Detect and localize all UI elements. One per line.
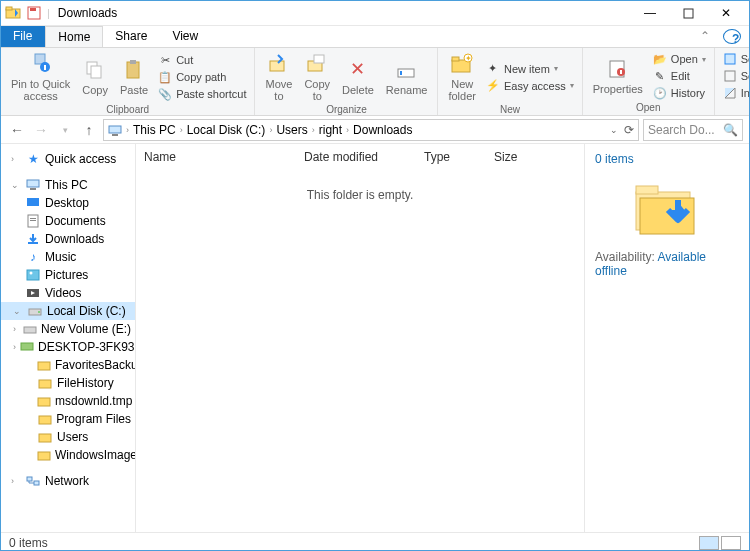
crumb[interactable]: right	[319, 123, 342, 137]
tab-share[interactable]: Share	[103, 26, 160, 47]
copyto-icon	[305, 52, 329, 76]
select-all-icon	[723, 52, 737, 66]
crumb[interactable]: This PC	[133, 123, 176, 137]
new-folder-icon: ✦	[450, 52, 474, 76]
history-dropdown[interactable]: ⌄	[610, 125, 618, 135]
folder-icon	[37, 358, 51, 372]
nav-users[interactable]: Users	[1, 428, 135, 446]
view-details-button[interactable]	[699, 536, 719, 550]
svg-rect-35	[27, 270, 39, 280]
recent-button[interactable]: ▾	[55, 120, 75, 140]
forward-button[interactable]: →	[31, 120, 51, 140]
up-button[interactable]: ↑	[79, 120, 99, 140]
nav-desktop[interactable]: Desktop	[1, 194, 135, 212]
group-new-label: New	[444, 104, 575, 117]
edit-button[interactable]: ✎Edit	[651, 68, 708, 84]
svg-rect-30	[27, 198, 39, 206]
navigation-pane[interactable]: ›★Quick access ⌄This PC Desktop Document…	[1, 144, 136, 532]
copy-path-button[interactable]: 📋Copy path	[156, 69, 248, 85]
cut-button[interactable]: ✂Cut	[156, 52, 248, 68]
scissors-icon: ✂	[158, 53, 172, 67]
svg-rect-18	[452, 57, 459, 61]
column-type[interactable]: Type	[424, 150, 494, 164]
crumb[interactable]: Users	[276, 123, 307, 137]
nav-file-history[interactable]: FileHistory	[1, 374, 135, 392]
svg-rect-16	[400, 71, 402, 75]
paste-shortcut-button[interactable]: 📎Paste shortcut	[156, 86, 248, 102]
delete-button[interactable]: ✕Delete	[338, 56, 378, 98]
copy-button[interactable]: Copy	[78, 56, 112, 98]
svg-rect-25	[725, 71, 735, 81]
new-folder-button[interactable]: ✦New folder	[444, 50, 480, 104]
nav-documents[interactable]: Documents	[1, 212, 135, 230]
move-to-button[interactable]: Move to	[261, 50, 296, 104]
nav-msdownld[interactable]: msdownld.tmp	[1, 392, 135, 410]
history-button[interactable]: 🕑History	[651, 85, 708, 101]
crumb[interactable]: Downloads	[353, 123, 412, 137]
svg-rect-3	[30, 8, 36, 11]
minimize-button[interactable]: —	[631, 3, 669, 23]
back-button[interactable]: ←	[7, 120, 27, 140]
pictures-icon	[25, 268, 41, 282]
ribbon-collapse-button[interactable]: ⌃	[688, 26, 723, 47]
qa-save-icon[interactable]	[27, 6, 41, 20]
nav-videos[interactable]: Videos	[1, 284, 135, 302]
select-all-button[interactable]: Select all	[721, 51, 750, 67]
svg-rect-45	[39, 416, 51, 424]
properties-button[interactable]: Properties	[589, 55, 647, 97]
nav-network[interactable]: ›Network	[1, 472, 135, 490]
desktop-icon	[25, 196, 41, 210]
nav-desktop-pc[interactable]: ›DESKTOP-3FK933L	[1, 338, 135, 356]
folder-icon	[37, 376, 53, 390]
tab-view[interactable]: View	[160, 26, 211, 47]
file-list[interactable]: Name Date modified Type Size This folder…	[136, 144, 584, 532]
tab-home[interactable]: Home	[45, 26, 103, 47]
search-input[interactable]: Search Do...🔍	[643, 119, 743, 141]
crumb[interactable]: Local Disk (C:)	[187, 123, 266, 137]
pin-quick-access-button[interactable]: Pin to Quick access	[7, 50, 74, 104]
column-name[interactable]: Name	[144, 150, 304, 164]
nav-program-files[interactable]: Program Files	[1, 410, 135, 428]
nav-quick-access[interactable]: ›★Quick access	[1, 150, 135, 168]
breadcrumb[interactable]: › This PC› Local Disk (C:)› Users› right…	[103, 119, 639, 141]
maximize-button[interactable]	[669, 3, 707, 23]
copy-to-button[interactable]: Copy to	[300, 50, 334, 104]
refresh-button[interactable]: ⟳	[624, 123, 634, 137]
svg-point-39	[38, 311, 40, 313]
edit-icon: ✎	[653, 69, 667, 83]
downloads-icon	[25, 232, 41, 246]
computer-icon	[20, 340, 34, 354]
nav-music[interactable]: ♪Music	[1, 248, 135, 266]
new-item-icon: ✦	[486, 62, 500, 76]
svg-rect-44	[38, 398, 50, 406]
nav-this-pc[interactable]: ⌄This PC	[1, 176, 135, 194]
music-icon: ♪	[25, 250, 41, 264]
svg-rect-46	[39, 434, 51, 442]
nav-downloads[interactable]: Downloads	[1, 230, 135, 248]
nav-local-disk[interactable]: ⌄Local Disk (C:)	[1, 302, 135, 320]
svg-rect-51	[636, 186, 658, 194]
nav-new-volume[interactable]: ›New Volume (E:)	[1, 320, 135, 338]
tab-file[interactable]: File	[1, 26, 45, 47]
easy-access-button[interactable]: ⚡Easy access ▾	[484, 78, 576, 94]
svg-rect-7	[44, 65, 46, 70]
folder-icon	[37, 412, 52, 426]
rename-button[interactable]: Rename	[382, 56, 432, 98]
invert-icon	[723, 86, 737, 100]
column-size[interactable]: Size	[494, 150, 547, 164]
invert-selection-button[interactable]: Invert selection	[721, 85, 750, 101]
help-button[interactable]: ?	[723, 29, 741, 44]
history-icon: 🕑	[653, 86, 667, 100]
column-date[interactable]: Date modified	[304, 150, 424, 164]
new-item-button[interactable]: ✦New item ▾	[484, 61, 576, 77]
nav-win-image[interactable]: WindowsImageBa	[1, 446, 135, 464]
view-icons-button[interactable]	[721, 536, 741, 550]
nav-fav-backup[interactable]: FavoritesBackup8.	[1, 356, 135, 374]
select-none-button[interactable]: Select none	[721, 68, 750, 84]
paste-button[interactable]: Paste	[116, 56, 152, 98]
path-icon: 📋	[158, 70, 172, 84]
svg-rect-14	[314, 55, 324, 63]
nav-pictures[interactable]: Pictures	[1, 266, 135, 284]
open-button[interactable]: 📂Open ▾	[651, 51, 708, 67]
close-button[interactable]: ✕	[707, 3, 745, 23]
